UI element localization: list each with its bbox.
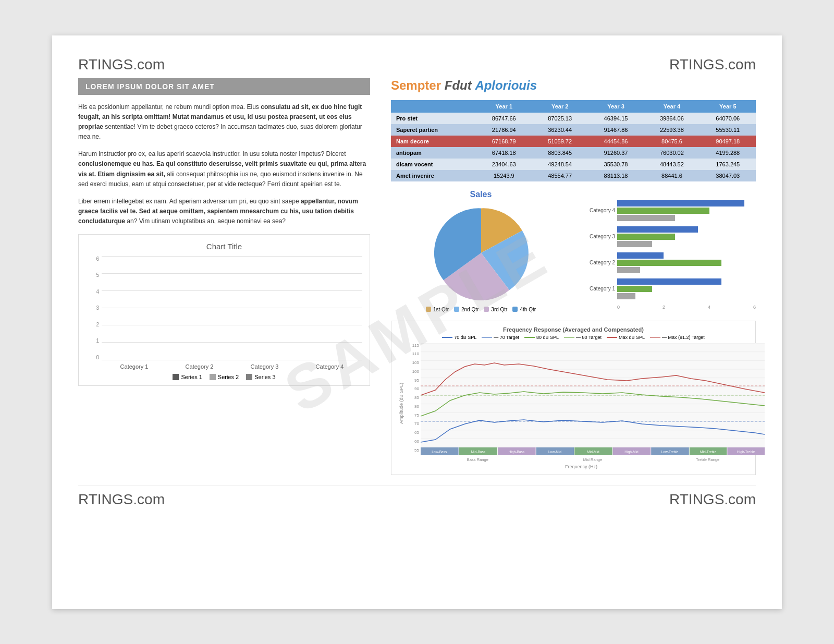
- freq-legend-maxtarget-line: [650, 337, 660, 338]
- table-row: Pro stet 86747.66 87025.13 46394.15 3986…: [391, 113, 756, 124]
- freq-chart-legend: 70 dB SPL — 70 Target 80 dB SPL — 80 Tar…: [397, 335, 750, 340]
- svg-text:High-Mid: High-Mid: [624, 449, 639, 454]
- freq-chart-container: Amplitude (dB SPL) 115110105100959085807…: [397, 343, 750, 463]
- freq-plot-wrapper: 115110105100959085807570656055: [406, 343, 750, 463]
- row-label: Nam decore: [391, 136, 476, 147]
- x-label-cat4: Category 4: [302, 363, 357, 370]
- pie-legend-2qtr: 2nd Qtr: [454, 307, 479, 312]
- x-labels: Category 1 Category 2 Category 3 Categor…: [102, 360, 362, 370]
- page: SAMPLE RTINGS.com RTINGS.com LOREM IPSUM…: [52, 35, 782, 609]
- freq-legend-80spl: 80 dB SPL: [524, 335, 559, 340]
- h-bar-label-cat3: Category 3: [576, 234, 615, 239]
- pie-legend-2qtr-dot: [454, 307, 459, 312]
- row-label: Pro stet: [391, 113, 476, 124]
- h-bar-cat4-s3: [617, 215, 675, 221]
- h-bar-cat4-s2: [617, 208, 709, 214]
- svg-text:Low-Mid: Low-Mid: [548, 449, 561, 453]
- pie-legend-3qtr-dot: [484, 307, 489, 312]
- freq-legend-70target-line: [482, 337, 492, 338]
- x-label-cat1: Category 1: [107, 363, 162, 370]
- bar-chart-area: 0123456: [86, 256, 362, 360]
- pie-chart-svg: [432, 203, 531, 302]
- x-label-cat3: Category 3: [237, 363, 292, 370]
- logo-top-right: RTINGS.com: [669, 56, 756, 73]
- header: RTINGS.com RTINGS.com: [78, 56, 756, 73]
- row-label: dicam vocent: [391, 159, 476, 170]
- freq-legend-70spl: 70 dB SPL: [442, 335, 476, 340]
- freq-chart-title: Frequency Response (Averaged and Compens…: [397, 326, 750, 333]
- svg-text:High-Bass: High-Bass: [509, 449, 525, 454]
- bar-groups: [102, 256, 362, 360]
- x-label-cat2: Category 2: [172, 363, 227, 370]
- row-label: antiopam: [391, 147, 476, 159]
- table-row-highlight: Nam decore 67168.79 51059.72 44454.86 80…: [391, 136, 756, 147]
- h-bar-row-cat3: Category 3: [576, 226, 756, 247]
- freq-legend-70spl-line: [442, 337, 452, 338]
- svg-text:Bass Range: Bass Range: [467, 457, 488, 461]
- svg-text:Mid-Bass: Mid-Bass: [471, 449, 486, 453]
- svg-text:Mid-Treble: Mid-Treble: [700, 449, 716, 453]
- section-header-bar: LOREM IPSUM DOLOR SIT AMET: [78, 78, 370, 95]
- col-header-year4: Year 4: [644, 100, 700, 113]
- legend-series3-box: [246, 374, 252, 380]
- freq-y-label: Amplitude (dB SPL): [397, 343, 406, 463]
- pie-legend-1qtr-dot: [426, 307, 431, 312]
- right-column: Sempter Fdut Aploriouis Year 1 Year 2 Ye…: [391, 78, 756, 475]
- h-bars-cat1: [617, 278, 756, 299]
- h-bar-cat2-s2: [617, 260, 721, 266]
- data-table: Year 1 Year 2 Year 3 Year 4 Year 5 Pro s…: [391, 100, 756, 181]
- svg-text:Low-Treble: Low-Treble: [661, 449, 679, 453]
- legend-series1-box: [173, 374, 179, 380]
- h-bar-cat3-s1: [617, 226, 698, 233]
- pie-title: Sales: [470, 190, 492, 199]
- footer: RTINGS.com RTINGS.com: [78, 485, 756, 508]
- pie-legend-3qtr: 3rd Qtr: [484, 307, 507, 312]
- freq-chart: Frequency Response (Averaged and Compens…: [391, 321, 756, 475]
- table-header: Year 1 Year 2 Year 3 Year 4 Year 5: [391, 100, 756, 113]
- freq-legend-70target: — 70 Target: [482, 335, 519, 340]
- freq-svg: Low-Bass Mid-Bass High-Bass Low-Mid Mid-…: [421, 343, 765, 463]
- col-header-label: [391, 100, 476, 113]
- table-row: antiopam 67418.18 8803.845 91260.37 7603…: [391, 147, 756, 159]
- legend-series2-box: [210, 374, 216, 380]
- right-heading: Sempter Fdut Aploriouis: [391, 78, 756, 93]
- freq-legend-maxspl: Max dB SPL: [607, 335, 645, 340]
- row-label: Amet invenire: [391, 170, 476, 181]
- bar-chart-vertical: Chart Title 0123456: [78, 234, 370, 386]
- legend-series1: Series 1: [173, 374, 202, 380]
- h-bars-cat3: [617, 226, 756, 247]
- table-row: Amet invenire 15243.9 48554.77 83113.18 …: [391, 170, 756, 181]
- row-label: Saperet partien: [391, 124, 476, 136]
- h-bar-row-cat2: Category 2: [576, 252, 756, 273]
- h-bars-cat2: [617, 252, 756, 273]
- h-bar-cat1-s1: [617, 278, 721, 285]
- pie-legend-4qtr: 4th Qtr: [512, 307, 536, 312]
- legend-series3: Series 3: [246, 374, 275, 380]
- bar-chart-horizontal: Category 4 Category 3: [576, 190, 756, 312]
- freq-legend-80target: — 80 Target: [564, 335, 602, 340]
- h-bar-cat3-s3: [617, 241, 652, 247]
- charts-row: Sales 1s: [391, 190, 756, 312]
- h-bar-cat4-s1: [617, 200, 744, 206]
- h-bar-cat1-s2: [617, 286, 652, 292]
- h-bar-cat2-s3: [617, 267, 640, 273]
- h-bar-row-cat4: Category 4: [576, 200, 756, 221]
- h-bar-cat1-s3: [617, 293, 635, 299]
- col-header-year2: Year 2: [532, 100, 587, 113]
- svg-text:Low-Bass: Low-Bass: [432, 449, 447, 453]
- freq-y-ticks: 115110105100959085807570656055: [406, 343, 421, 453]
- svg-text:Mid-Mid: Mid-Mid: [587, 449, 599, 453]
- h-bar-cat2-s1: [617, 252, 664, 259]
- pie-legend: 1st Qtr 2nd Qtr 3rd Qtr 4th Qtr: [426, 307, 536, 312]
- left-column: LOREM IPSUM DOLOR SIT AMET His ea posido…: [78, 78, 370, 475]
- col-header-year5: Year 5: [700, 100, 756, 113]
- paragraph-3: Liber errem intellegebat ex nam. Ad aper…: [78, 197, 370, 227]
- h-bar-row-cat1: Category 1: [576, 278, 756, 299]
- pie-chart-area: Sales 1s: [391, 190, 571, 312]
- freq-legend-80spl-line: [524, 337, 535, 338]
- pie-legend-4qtr-dot: [512, 307, 518, 312]
- h-bar-cat3-s2: [617, 234, 675, 240]
- svg-text:Treble Range: Treble Range: [696, 457, 719, 461]
- freq-legend-80target-line: [564, 337, 574, 338]
- main-content: LOREM IPSUM DOLOR SIT AMET His ea posido…: [78, 78, 756, 475]
